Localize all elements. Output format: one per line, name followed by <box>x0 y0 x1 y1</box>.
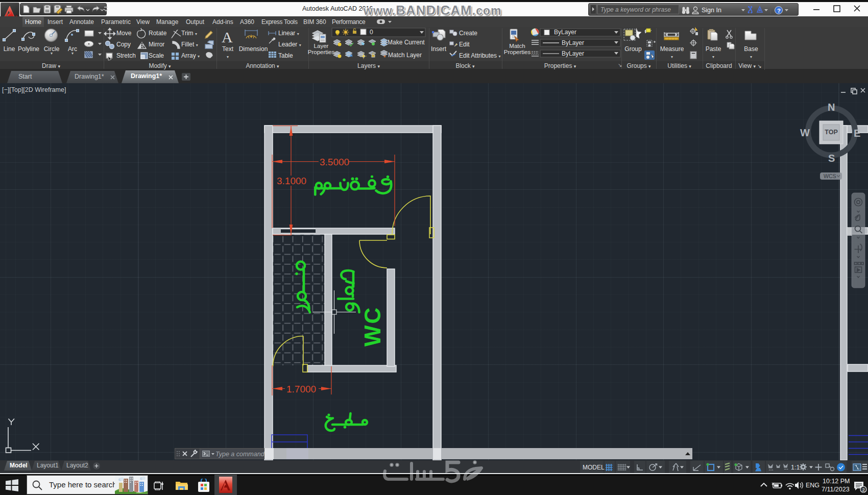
svg-text:1.7000: 1.7000 <box>286 384 316 394</box>
svg-text:?: ? <box>777 8 781 14</box>
svg-text:N: N <box>828 102 835 113</box>
svg-text:ByLayer: ByLayer <box>562 39 584 46</box>
svg-text:Sign In: Sign In <box>702 7 721 14</box>
svg-text:A: A <box>222 29 233 45</box>
svg-text:ByLayer: ByLayer <box>554 29 576 36</box>
svg-text:S: S <box>828 153 835 164</box>
svg-text:MODEL: MODEL <box>583 464 605 471</box>
svg-text:WC: WC <box>360 306 385 346</box>
svg-text:ByLayer: ByLayer <box>562 50 584 57</box>
svg-text:E: E <box>854 128 860 139</box>
svg-text:1:1: 1:1 <box>791 464 800 471</box>
svg-text:0: 0 <box>370 29 373 36</box>
svg-text:3.1000: 3.1000 <box>277 176 306 186</box>
svg-text:2: 2 <box>862 487 865 492</box>
svg-text:W: W <box>800 127 810 138</box>
svg-text:3.5000: 3.5000 <box>320 157 349 167</box>
svg-text:WCS: WCS <box>824 173 836 179</box>
svg-text:TOP: TOP <box>825 129 837 136</box>
